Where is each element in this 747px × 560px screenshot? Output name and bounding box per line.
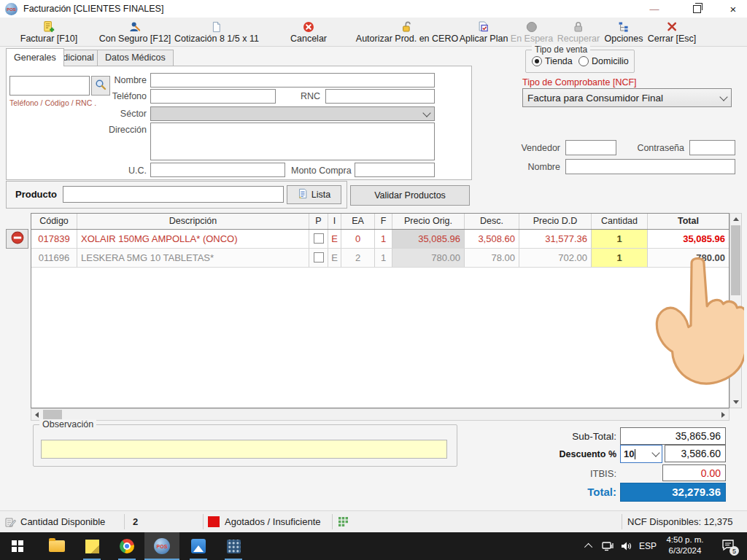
rnc-input[interactable] <box>325 89 435 104</box>
telefono-input[interactable] <box>150 89 276 104</box>
col-header-p[interactable]: P <box>309 214 328 229</box>
restore-icon <box>693 5 701 13</box>
toolbar-facturar-button[interactable]: Facturar [F10] <box>18 20 81 44</box>
descuento-pct-value: 10 <box>624 448 634 459</box>
descuento-combo[interactable]: 10 <box>620 445 662 463</box>
producto-input[interactable] <box>63 186 284 203</box>
sale-type-group: Tipo de venta Tienda Domicilio <box>525 50 635 73</box>
scroll-left-icon[interactable] <box>35 412 39 418</box>
cell-p-checkbox[interactable] <box>309 249 328 267</box>
person-insurance-icon <box>128 20 141 33</box>
folder-icon <box>49 540 65 552</box>
col-header-ea[interactable]: EA <box>341 214 375 229</box>
grid-horizontal-scrollbar[interactable] <box>31 408 729 421</box>
horizontal-scroll-thumb[interactable] <box>43 410 62 419</box>
start-button[interactable] <box>0 532 35 560</box>
descuento-label: Descuento % <box>503 449 616 459</box>
scroll-up-icon[interactable] <box>733 217 739 221</box>
cell-codigo: 017839 <box>31 230 77 248</box>
radio-tienda[interactable]: Tienda <box>532 56 573 66</box>
grid-row-2[interactable]: 011696 LESKERA 5MG 10 TABLETAS* E 2 1 78… <box>31 249 729 268</box>
toolbar-con-seguro-button[interactable]: Con Seguro [F12] <box>96 20 174 44</box>
radio-domicilio[interactable]: Domicilio <box>578 56 629 66</box>
toolbar-label: Recuperar <box>557 34 600 44</box>
scroll-down-icon[interactable] <box>733 400 739 404</box>
cell-descripcion: XOLAIR 150MG AMPOLLA* (ONCO) <box>77 230 309 248</box>
col-header-precio-orig[interactable]: Precio Orig. <box>392 214 465 229</box>
volume-tray-icon[interactable] <box>617 532 636 560</box>
col-header-desc[interactable]: Desc. <box>465 214 519 229</box>
taskbar-pos-button-active[interactable]: POS <box>144 532 179 560</box>
toolbar-recuperar-button[interactable]: Recuperar <box>554 20 603 44</box>
invoice-add-icon <box>43 20 55 33</box>
taskbar: POS ESP 4:50 p. m. 6/3/2024 <box>0 532 747 560</box>
product-bar: Producto Lista <box>6 181 347 209</box>
language-indicator[interactable]: ESP <box>636 532 659 560</box>
direccion-textarea[interactable] <box>150 122 435 160</box>
grid-row-1[interactable]: 017839 XOLAIR 150MG AMPOLLA* (ONCO) E 0 … <box>31 230 729 249</box>
toolbar-cotizacion-button[interactable]: Cotización 8 1/5 x 11 <box>171 20 262 44</box>
cell-ea: 2 <box>341 249 375 267</box>
app-icon: POS <box>5 3 18 15</box>
col-header-precio-dd[interactable]: Precio D.D <box>519 214 592 229</box>
clock[interactable]: 4:50 p. m. 6/3/2024 <box>661 534 709 556</box>
no-entry-icon <box>11 231 24 246</box>
tray-expand-button[interactable] <box>580 532 599 560</box>
col-header-cantidad[interactable]: Cantidad <box>592 214 648 229</box>
checklist-doc-icon <box>477 20 489 33</box>
taskbar-photos-button[interactable] <box>182 532 214 560</box>
toolbar-label: En Espera <box>511 34 553 44</box>
toolbar-cancelar-button[interactable]: Cancelar <box>287 20 330 44</box>
toolbar-en-espera-button[interactable]: En Espera <box>508 20 556 44</box>
cell-p-checkbox[interactable] <box>309 230 328 248</box>
tab-datos-medicos[interactable]: Datos Médicos <box>97 50 174 66</box>
network-tray-icon[interactable] <box>598 532 617 560</box>
col-header-i[interactable]: I <box>328 214 341 229</box>
lista-button[interactable]: Lista <box>287 185 341 204</box>
cell-cantidad[interactable]: 1 <box>592 230 648 248</box>
toolbar-autorizar-button[interactable]: Autorizar Prod. en CERO <box>353 20 461 44</box>
clock-time: 4:50 p. m. <box>661 534 709 545</box>
cell-cantidad[interactable]: 1 <box>592 249 648 267</box>
taskbar-calculator-button[interactable] <box>217 532 249 560</box>
col-header-codigo[interactable]: Código <box>31 214 77 229</box>
cantidad-disponible-value: 2 <box>133 516 138 527</box>
taskbar-explorer-button[interactable] <box>41 532 73 560</box>
nombre-input[interactable] <box>150 73 435 88</box>
radio-selected-icon <box>532 56 542 66</box>
monto-compra-input[interactable] <box>355 163 435 177</box>
rnc-label: RNC <box>284 91 320 101</box>
toolbar-cerrar-button[interactable]: Cerrar [Esc] <box>645 20 700 44</box>
cell-desc: 3,508.60 <box>465 230 519 248</box>
contrasena-input[interactable] <box>689 140 735 155</box>
close-button[interactable]: × <box>721 0 746 18</box>
taskbar-sticky-notes-button[interactable] <box>76 532 108 560</box>
toolbar-aplicar-plan-button[interactable]: Aplicar Plan <box>457 20 511 44</box>
validar-productos-label: Validar Productos <box>374 190 446 201</box>
close-x-icon <box>666 20 678 33</box>
producto-label: Producto <box>15 189 57 200</box>
observacion-input[interactable] <box>41 440 447 459</box>
col-header-descripcion[interactable]: Descripción <box>77 214 309 229</box>
sector-select[interactable] <box>150 106 435 121</box>
checkbox-icon <box>314 252 324 262</box>
minimize-button[interactable]: — <box>642 0 667 18</box>
tab-generales[interactable]: Generales <box>6 48 64 66</box>
status-separator <box>124 514 125 529</box>
col-header-total[interactable]: Total <box>648 214 729 229</box>
taskbar-chrome-button[interactable] <box>111 532 143 560</box>
cancel-red-circle-icon <box>303 20 315 33</box>
notification-center-button[interactable]: 5 <box>715 532 741 560</box>
uc-input[interactable] <box>150 163 285 177</box>
restore-button[interactable] <box>684 0 709 18</box>
remove-row-button[interactable] <box>6 229 28 249</box>
status-separator <box>203 514 204 529</box>
col-header-f[interactable]: F <box>375 214 392 229</box>
vendedor-nombre-input[interactable] <box>565 159 735 174</box>
validar-productos-button[interactable]: Validar Productos <box>350 185 470 206</box>
ncf-select[interactable]: Factura para Consumidor Final <box>522 88 732 107</box>
cell-precio-orig: 35,085.96 <box>392 230 465 248</box>
toolbar-opciones-button[interactable]: Opciones <box>602 20 646 44</box>
vendedor-input[interactable] <box>565 140 616 155</box>
scroll-right-icon[interactable] <box>721 412 725 418</box>
